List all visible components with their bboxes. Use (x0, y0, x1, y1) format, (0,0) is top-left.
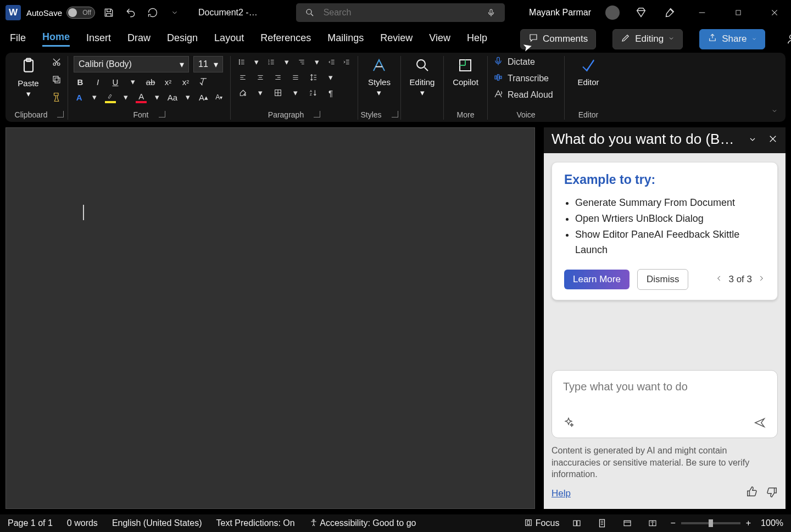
status-word-count[interactable]: 0 words (67, 518, 98, 528)
zoom-in-button[interactable]: + (746, 518, 751, 528)
sort-icon[interactable]: AZ (307, 87, 320, 99)
autosave-toggle[interactable]: Off (66, 7, 95, 19)
thumbs-down-icon[interactable] (766, 486, 778, 501)
zoom-out-button[interactable]: − (670, 518, 675, 528)
bullets-icon[interactable] (236, 56, 247, 68)
save-icon[interactable] (101, 4, 117, 21)
print-layout-view-icon[interactable] (594, 517, 610, 529)
align-right-icon[interactable] (271, 71, 285, 83)
change-case-button[interactable]: Aa (167, 91, 178, 103)
clipboard-dialog-launcher[interactable] (57, 111, 64, 117)
share-button[interactable]: Share (699, 29, 765, 49)
search-box[interactable] (296, 3, 505, 22)
highlight-menu[interactable]: ▾ (120, 91, 131, 103)
diamond-upsell-icon[interactable] (634, 5, 648, 20)
dismiss-button[interactable]: Dismiss (637, 269, 689, 290)
chevron-down-icon[interactable]: ▾ (26, 89, 31, 99)
font-dialog-launcher[interactable] (159, 111, 165, 117)
dictate-button[interactable]: Dictate (493, 56, 559, 68)
status-accessibility[interactable]: Accessibility: Good to go (309, 518, 416, 528)
line-spacing-icon[interactable] (307, 71, 320, 83)
comments-button[interactable]: Comments (520, 29, 596, 49)
tab-references[interactable]: References (260, 32, 311, 46)
web-layout-view-icon[interactable] (620, 517, 635, 529)
zoom-slider-track[interactable] (681, 522, 740, 524)
search-input[interactable] (324, 8, 477, 18)
zoom-level[interactable]: 100% (761, 518, 783, 528)
task-pane-collapse-icon[interactable] (747, 131, 758, 148)
multilevel-menu[interactable]: ▾ (311, 56, 322, 68)
status-language[interactable]: English (United States) (112, 518, 202, 528)
immersive-reader-icon[interactable] (645, 517, 660, 529)
thumbs-up-icon[interactable] (746, 486, 758, 501)
decrease-indent-icon[interactable] (326, 56, 337, 68)
tab-design[interactable]: Design (167, 32, 198, 46)
tab-draw[interactable]: Draw (127, 32, 151, 46)
document-canvas[interactable] (5, 127, 535, 509)
superscript-button[interactable]: x2 (179, 76, 192, 88)
redo-icon[interactable] (144, 4, 161, 21)
window-close-button[interactable] (764, 3, 786, 22)
read-aloud-button[interactable]: Read Aloud (493, 89, 559, 101)
autosave-control[interactable]: AutoSave Off (26, 7, 95, 19)
clear-formatting-icon[interactable] (197, 76, 210, 88)
borders-icon[interactable] (271, 87, 285, 99)
underline-button[interactable]: U (109, 76, 122, 88)
multilevel-list-icon[interactable] (297, 56, 307, 68)
task-pane-close-icon[interactable] (768, 131, 778, 148)
read-mode-view-icon[interactable] (569, 517, 584, 529)
increase-indent-icon[interactable] (342, 56, 352, 68)
subscript-button[interactable]: x2 (161, 76, 175, 88)
strikethrough-button[interactable]: ab (144, 76, 157, 88)
designer-brush-icon[interactable] (662, 5, 677, 20)
microphone-icon[interactable] (484, 5, 498, 20)
editor-button[interactable]: Editor (575, 56, 601, 87)
sparkle-icon[interactable] (563, 417, 574, 431)
shading-icon[interactable] (236, 87, 249, 99)
format-painter-icon[interactable] (50, 91, 63, 103)
grow-font-icon[interactable]: A▴ (198, 91, 209, 103)
highlight-button[interactable] (105, 91, 116, 103)
font-size-select[interactable]: 11▾ (193, 56, 223, 72)
status-text-predictions[interactable]: Text Predictions: On (216, 518, 295, 528)
styles-dialog-launcher[interactable] (392, 111, 398, 117)
show-hide-icon[interactable]: ¶ (324, 87, 337, 99)
bullets-menu[interactable]: ▾ (251, 56, 261, 68)
chevron-down-icon[interactable]: ▾ (420, 88, 425, 98)
tab-layout[interactable]: Layout (214, 32, 244, 46)
line-spacing-menu[interactable]: ▾ (324, 71, 337, 83)
italic-button[interactable]: I (91, 76, 104, 88)
tab-insert[interactable]: Insert (86, 32, 111, 46)
window-minimize-button[interactable] (691, 3, 713, 22)
help-link[interactable]: Help (552, 488, 571, 499)
presence-icon[interactable] (787, 32, 791, 46)
change-case-menu[interactable]: ▾ (182, 91, 193, 103)
document-title[interactable]: Document2 -… (198, 8, 258, 18)
tab-file[interactable]: File (10, 32, 26, 46)
numbering-icon[interactable]: 123 (266, 56, 277, 68)
chevron-down-icon[interactable]: ▾ (377, 88, 381, 98)
align-center-icon[interactable] (254, 71, 267, 83)
window-maximize-button[interactable] (727, 3, 749, 22)
borders-menu[interactable]: ▾ (289, 87, 302, 99)
font-color-button[interactable]: A (136, 91, 147, 103)
underline-menu[interactable]: ▾ (126, 76, 140, 88)
pager-next-icon[interactable] (757, 274, 765, 285)
shrink-font-icon[interactable]: A▾ (214, 91, 225, 103)
prompt-input[interactable] (563, 380, 766, 407)
editing-mode-button[interactable]: Editing (612, 29, 683, 49)
copy-icon[interactable] (50, 74, 63, 86)
paragraph-dialog-launcher[interactable] (314, 111, 320, 117)
numbering-menu[interactable]: ▾ (281, 56, 292, 68)
zoom-slider[interactable]: − + (670, 518, 751, 528)
shading-menu[interactable]: ▾ (254, 87, 267, 99)
cut-icon[interactable] (50, 56, 63, 68)
transcribe-button[interactable]: Transcribe (493, 72, 559, 85)
copilot-button[interactable]: Copilot (450, 56, 481, 87)
tab-mailings[interactable]: Mailings (327, 32, 364, 46)
styles-button[interactable]: Styles ▾ (366, 56, 393, 98)
editing-button[interactable]: Editing ▾ (408, 56, 437, 98)
paste-button[interactable]: Paste ▾ (15, 56, 41, 99)
align-left-icon[interactable] (236, 71, 249, 83)
send-icon[interactable] (753, 417, 766, 431)
